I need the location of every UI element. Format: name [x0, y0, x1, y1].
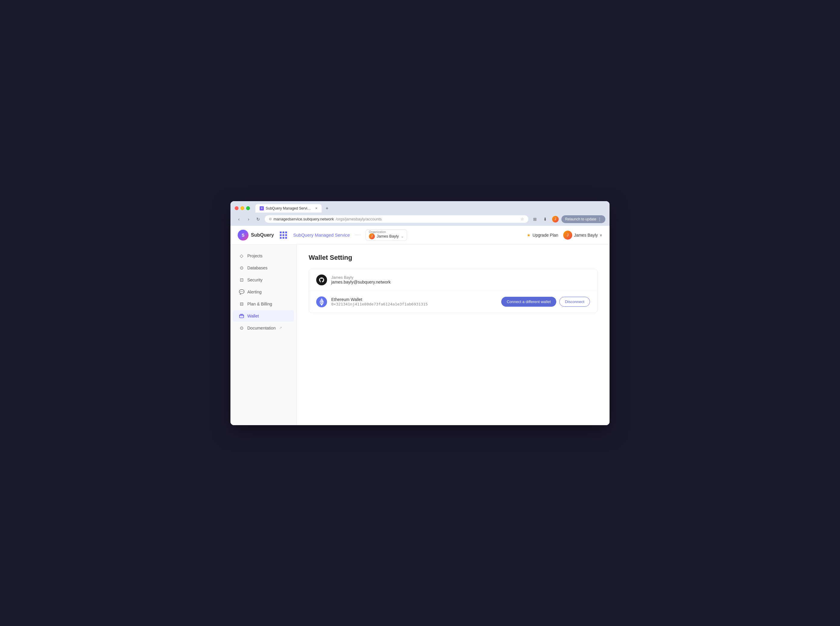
- bookmark-icon[interactable]: ☆: [520, 217, 524, 221]
- sidebar-item-wallet[interactable]: Wallet: [233, 310, 294, 322]
- download-button[interactable]: ⬇: [541, 215, 549, 224]
- relaunch-menu-icon: ⋮: [597, 217, 602, 222]
- refresh-button[interactable]: ↻: [254, 215, 262, 224]
- forward-icon: ›: [248, 217, 249, 222]
- logo-area: S SubQuery: [238, 230, 274, 241]
- page-title: Wallet Setting: [309, 254, 597, 261]
- org-name: James Bayly: [377, 234, 399, 238]
- profile-avatar-icon: J: [552, 216, 559, 222]
- sidebar-item-alerting[interactable]: 💬 Alerting: [233, 286, 294, 298]
- extensions-button[interactable]: ⊞: [531, 215, 539, 224]
- url-base: managedservice.subquery.network: [273, 217, 334, 221]
- main-content: Wallet Setting James Bayly james.bayly@s…: [297, 245, 610, 425]
- wallet-user-section: James Bayly james.bayly@subquery.network: [309, 269, 597, 291]
- url-path: /orgs/jamesbayly/accounts: [336, 217, 382, 221]
- profile-button[interactable]: J: [551, 215, 559, 224]
- upgrade-plan-label: Upgrade Plan: [533, 233, 558, 238]
- back-icon: ‹: [238, 217, 240, 222]
- star-icon: ★: [527, 233, 531, 238]
- wallet-card: James Bayly james.bayly@subquery.network: [309, 269, 597, 313]
- refresh-icon: ↻: [256, 217, 260, 222]
- eth-wallet-info: Ethereum Wallet 0×321341nj411e80de73fa61…: [331, 297, 428, 307]
- browser-titlebar: S SubQuery Managed Service – × +: [230, 201, 610, 213]
- wallet-eth-section: Ethereum Wallet 0×321341nj411e80de73fa61…: [309, 291, 597, 313]
- tab-favicon: S: [260, 206, 264, 210]
- wallet-actions: Connect a different wallet Disconnect: [501, 297, 590, 307]
- app-content: S SubQuery SubQuery Managed Service Orga…: [230, 226, 610, 425]
- forward-button[interactable]: ›: [244, 215, 253, 224]
- external-link-icon: ↗: [279, 326, 282, 330]
- ethereum-icon: [316, 296, 327, 307]
- browser-window: S SubQuery Managed Service – × + ‹ › ↻: [230, 201, 610, 425]
- plan-billing-icon: ⊟: [239, 301, 244, 307]
- wallet-username: James Bayly: [331, 275, 391, 280]
- traffic-lights: [235, 206, 250, 210]
- user-name: James Bayly: [574, 233, 598, 238]
- user-avatar: J: [563, 231, 572, 239]
- browser-tabs: S SubQuery Managed Service – × +: [255, 204, 594, 213]
- toolbar-actions: ⊞ ⬇ J Relaunch to update ⋮: [531, 215, 605, 224]
- databases-icon: ⊙: [239, 265, 244, 271]
- browser-toolbar: ‹ › ↻ ⊙ managedservice.subquery.network …: [230, 213, 610, 226]
- address-bar[interactable]: ⊙ managedservice.subquery.network /orgs/…: [265, 215, 528, 223]
- github-icon: [316, 274, 327, 285]
- service-name: SubQuery Managed Service: [293, 232, 349, 238]
- sidebar-item-security[interactable]: ⊡ Security: [233, 274, 294, 286]
- eth-wallet-label: Ethereum Wallet: [331, 297, 428, 302]
- puzzle-icon: ⊞: [533, 217, 537, 222]
- sidebar-item-documentation-label: Documentation: [247, 326, 276, 330]
- tab-close-button[interactable]: ×: [315, 206, 317, 210]
- security-icon: ⊡: [239, 277, 244, 283]
- back-button[interactable]: ‹: [235, 215, 243, 224]
- browser-chrome: S SubQuery Managed Service – × + ‹ › ↻: [230, 201, 610, 226]
- org-avatar: J: [369, 233, 375, 239]
- grid-apps-button[interactable]: [279, 230, 288, 240]
- app-header: S SubQuery SubQuery Managed Service Orga…: [230, 226, 610, 245]
- logo-text: SubQuery: [251, 232, 274, 238]
- sidebar-item-databases[interactable]: ⊙ Databases: [233, 262, 294, 274]
- svg-rect-0: [240, 315, 244, 318]
- disconnect-wallet-button[interactable]: Disconnect: [559, 297, 590, 307]
- wallet-email: james.bayly@subquery.network: [331, 280, 391, 285]
- traffic-light-red[interactable]: [235, 206, 238, 210]
- new-tab-button[interactable]: +: [323, 204, 331, 213]
- wallet-icon: [239, 313, 244, 319]
- user-menu[interactable]: J James Bayly ∨: [563, 231, 602, 239]
- grid-dots-icon: [280, 232, 287, 239]
- app-body: ◇ Projects ⊙ Databases ⊡ Security 💬 Aler…: [230, 245, 610, 425]
- projects-icon: ◇: [239, 253, 244, 258]
- sidebar-item-documentation[interactable]: ⊙ Documentation ↗: [233, 322, 294, 334]
- sidebar-item-projects[interactable]: ◇ Projects: [233, 250, 294, 261]
- sidebar-item-plan-billing[interactable]: ⊟ Plan & Billing: [233, 298, 294, 310]
- sidebar-item-databases-label: Databases: [247, 266, 268, 270]
- download-icon: ⬇: [543, 217, 547, 222]
- eth-wallet-address: 0×321341nj411e80de73fa6124a1e3f1ab693131…: [331, 302, 428, 307]
- sidebar-item-alerting-label: Alerting: [247, 290, 262, 294]
- relaunch-label: Relaunch to update: [565, 217, 596, 221]
- lock-icon: ⊙: [269, 217, 272, 221]
- user-chevron-icon: ∨: [600, 233, 602, 237]
- sidebar: ◇ Projects ⊙ Databases ⊡ Security 💬 Aler…: [230, 245, 297, 425]
- upgrade-plan-button[interactable]: ★ Upgrade Plan: [527, 233, 558, 238]
- relaunch-button[interactable]: Relaunch to update ⋮: [561, 215, 605, 223]
- org-selector[interactable]: Organization J James Bayly ⌄: [365, 229, 407, 241]
- sidebar-item-security-label: Security: [247, 277, 263, 282]
- subquery-logo-icon: S: [238, 230, 249, 241]
- org-content: J James Bayly ⌄: [369, 233, 404, 239]
- traffic-light-yellow[interactable]: [240, 206, 244, 210]
- wallet-user-info: James Bayly james.bayly@subquery.network: [331, 275, 391, 285]
- connect-different-wallet-button[interactable]: Connect a different wallet: [501, 297, 556, 307]
- documentation-icon: ⊙: [239, 326, 244, 331]
- alerting-icon: 💬: [239, 289, 244, 295]
- traffic-light-green[interactable]: [246, 206, 250, 210]
- sidebar-item-plan-billing-label: Plan & Billing: [247, 302, 272, 307]
- org-label: Organization: [369, 230, 386, 234]
- nav-buttons: ‹ › ↻: [235, 215, 262, 224]
- sidebar-item-wallet-label: Wallet: [247, 314, 259, 318]
- browser-tab-active[interactable]: S SubQuery Managed Service – ×: [255, 204, 321, 213]
- org-chevron-icon: ⌄: [401, 234, 404, 238]
- tab-title: SubQuery Managed Service –: [266, 206, 312, 210]
- sidebar-item-projects-label: Projects: [247, 254, 263, 258]
